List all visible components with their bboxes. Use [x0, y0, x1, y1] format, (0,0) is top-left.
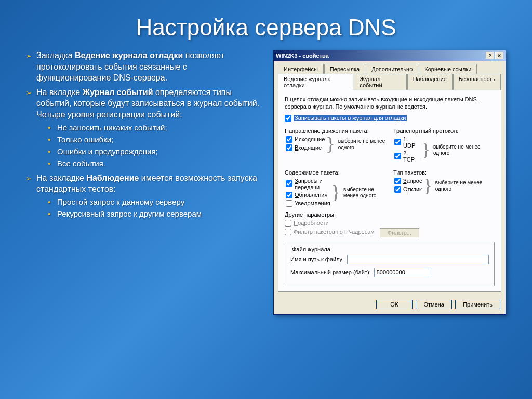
- brace-icon: }: [326, 139, 335, 150]
- slide-bullets: Закладка Ведение журнала отладки позволя…: [26, 50, 263, 315]
- type-label: Тип пакетов:: [393, 169, 495, 176]
- main-log-checkbox[interactable]: Записывать пакеты в журнал для отладки: [285, 115, 495, 122]
- transport-label: Транспортный протокол:: [393, 128, 495, 134]
- tab-debug-logging[interactable]: Ведение журнала отладки: [278, 74, 353, 90]
- queries-label: Запросы и передачи: [295, 178, 330, 190]
- ip-filter-checkbox[interactable]: Фильтр пакетов по IP-адресам: [285, 229, 375, 235]
- direction-hint: выберите не менее одного: [336, 138, 386, 151]
- brace-icon: }: [423, 180, 432, 192]
- bullet-1: Закладка Ведение журнала отладки позволя…: [26, 50, 263, 84]
- log-file-group: Файл журнала Имя и путь к файлу: Максима…: [285, 242, 495, 286]
- close-button[interactable]: ✕: [495, 52, 503, 59]
- bullet-2-bold: Журнал событий: [83, 88, 153, 97]
- incoming-label: Входящие: [295, 144, 322, 151]
- sub-2-3: Ошибки и предупреждения;: [36, 147, 263, 157]
- filter-button[interactable]: Фильтр...: [380, 228, 419, 237]
- bullet-3: На закладке Наблюдение имеется возможнос…: [26, 172, 263, 220]
- properties-dialog: WIN2K3 - свойства ? ✕ Интерфейсы Пересыл…: [273, 50, 506, 315]
- direction-label: Направление движения пакета:: [285, 128, 386, 134]
- response-label: Отклик: [403, 186, 422, 192]
- tab-root-hints[interactable]: Корневые ссылки: [419, 64, 477, 74]
- content-hint: выберите не менее одного: [341, 187, 386, 199]
- details-label: Подробности: [294, 220, 329, 226]
- apply-button[interactable]: Применить: [455, 300, 500, 309]
- path-input[interactable]: [347, 255, 489, 264]
- sub-3-1: Простой запрос к данному серверу: [36, 197, 263, 207]
- incoming-checkbox[interactable]: Входящие: [286, 144, 325, 151]
- notifications-input[interactable]: [286, 200, 292, 207]
- tab-security[interactable]: Безопасность: [453, 74, 501, 90]
- sub-2-2: Только ошибки;: [36, 135, 263, 145]
- notifications-label: Уведомления: [295, 200, 330, 206]
- tcp-label: 2. TCP: [403, 150, 420, 163]
- cancel-button[interactable]: Отмена: [416, 300, 452, 309]
- tab-event-log[interactable]: Журнал событий: [354, 74, 406, 90]
- ok-button[interactable]: OK: [376, 300, 413, 309]
- incoming-input[interactable]: [286, 144, 292, 151]
- tab-forwarding[interactable]: Пересылка: [324, 64, 365, 74]
- size-input[interactable]: [374, 268, 431, 277]
- sub-2-1: Не заносить никаких событий;: [36, 123, 263, 133]
- tcp-input[interactable]: [394, 153, 401, 159]
- queries-checkbox[interactable]: Запросы и передачи: [286, 178, 330, 190]
- tcp-checkbox[interactable]: 2. TCP: [394, 150, 420, 163]
- outgoing-label: Исходящие: [295, 136, 325, 142]
- updates-checkbox[interactable]: Обновления: [286, 192, 330, 198]
- transport-hint: выберите не менее одного: [431, 144, 495, 156]
- ip-filter-input[interactable]: [285, 229, 291, 235]
- type-hint: выберите не менее одного: [433, 180, 495, 192]
- tab-interfaces[interactable]: Интерфейсы: [278, 64, 324, 74]
- main-log-checkbox-input[interactable]: [285, 115, 291, 122]
- response-input[interactable]: [394, 186, 401, 193]
- tab-description: В целях отладки можно записывать входящи…: [285, 96, 495, 111]
- log-file-legend: Файл журнала: [290, 246, 332, 252]
- other-label: Другие параметры:: [285, 211, 495, 218]
- slide-title: Настройка сервера DNS: [0, 0, 532, 50]
- dialog-buttons: OK Отмена Применить: [274, 297, 506, 314]
- notifications-checkbox[interactable]: Уведомления: [286, 200, 330, 207]
- updates-label: Обновления: [295, 192, 327, 198]
- tabs-row-2: Ведение журнала отладки Журнал событий Н…: [274, 74, 506, 90]
- tabs-row-1: Интерфейсы Пересылка Дополнительно Корне…: [274, 61, 506, 74]
- outgoing-input[interactable]: [286, 136, 292, 143]
- ip-filter-label: Фильтр пакетов по IP-адресам: [294, 229, 375, 235]
- outgoing-checkbox[interactable]: Исходящие: [286, 136, 325, 143]
- udp-checkbox[interactable]: 1. UDP: [394, 136, 420, 149]
- tab-advanced[interactable]: Дополнительно: [366, 64, 418, 74]
- sub-3-2: Рекурсивный запрос к другим серверам: [36, 209, 263, 219]
- dialog-title: WIN2K3 - свойства: [276, 52, 485, 59]
- bullet-3-bold: Наблюдение: [86, 174, 139, 182]
- titlebar[interactable]: WIN2K3 - свойства ? ✕: [274, 50, 506, 61]
- request-input[interactable]: [394, 178, 401, 184]
- bullet-2-pre: На вкладке: [36, 88, 83, 97]
- path-label: Имя и путь к файлу:: [290, 256, 344, 262]
- bullet-3-pre: На закладке: [36, 174, 86, 182]
- brace-icon: }: [331, 187, 340, 198]
- updates-input[interactable]: [286, 192, 292, 198]
- bullet-1-pre: Закладка: [36, 51, 75, 60]
- size-label: Максимальный размер (байт):: [290, 269, 371, 275]
- main-log-label: Записывать пакеты в журнал для отладки: [294, 115, 407, 121]
- tab-body: В целях отладки можно записывать входящи…: [278, 90, 501, 292]
- brace-icon: }: [421, 144, 430, 156]
- details-checkbox[interactable]: Подробности: [285, 220, 495, 227]
- content-label: Содержимое пакета:: [285, 169, 386, 176]
- request-checkbox[interactable]: Запрос: [394, 178, 422, 184]
- udp-input[interactable]: [394, 139, 401, 145]
- tab-monitoring[interactable]: Наблюдение: [407, 74, 453, 90]
- details-input[interactable]: [285, 220, 291, 227]
- queries-input[interactable]: [286, 180, 292, 187]
- bullet-2: На вкладке Журнал событий определяются т…: [26, 87, 263, 169]
- help-button[interactable]: ?: [486, 52, 494, 59]
- response-checkbox[interactable]: Отклик: [394, 186, 422, 193]
- bullet-1-bold: Ведение журнала отладки: [75, 51, 183, 60]
- udp-label: 1. UDP: [403, 136, 420, 149]
- sub-2-4: Все события.: [36, 158, 263, 169]
- request-label: Запрос: [403, 178, 422, 184]
